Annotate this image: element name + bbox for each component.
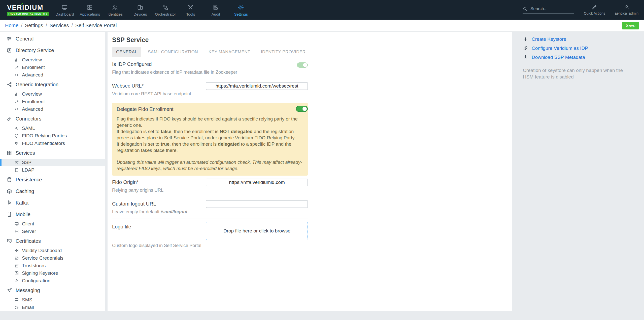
gear-icon — [238, 4, 244, 11]
key-icon — [14, 126, 19, 131]
quick-actions-button[interactable]: Quick Actions — [584, 5, 605, 15]
tab-key-management[interactable]: KEY MANAGEMENT — [205, 47, 254, 57]
action-link-label: Create Keystore — [532, 36, 566, 42]
ssp-form: Is IDP Configured Flag that indicates ex… — [112, 58, 308, 252]
code-icon — [14, 107, 19, 111]
breadcrumb-item-services[interactable]: Services — [50, 23, 69, 28]
tab-saml-configuration[interactable]: SAML CONFIGURATION — [144, 47, 202, 57]
websec-url-input[interactable] — [206, 82, 308, 90]
search-input[interactable] — [530, 6, 570, 12]
fingerprint-icon — [14, 141, 19, 146]
nav-item-orchestrator[interactable]: Orchestrator — [153, 3, 178, 16]
sidebar-item-certificates[interactable]: Certificates — [0, 235, 105, 247]
breadcrumb-item-self-service-portal: Self Service Portal — [75, 23, 117, 28]
logo-dropzone[interactable]: Drop file here or click to browse — [206, 222, 308, 240]
sidebar-item-label: Configuration — [22, 278, 50, 284]
download-icon — [523, 55, 528, 60]
fido-origin-input[interactable] — [206, 179, 308, 186]
sidebar-item-server[interactable]: Server — [0, 228, 105, 235]
veridium-logo[interactable]: VERIDIUM TRUSTED DIGITAL IDENTITY — [7, 4, 49, 16]
link-icon — [7, 116, 12, 122]
truststore-icon — [14, 263, 19, 268]
sidebar-item-ldap[interactable]: LDAP — [0, 166, 105, 174]
sidebar-item-client[interactable]: Client — [0, 220, 105, 228]
search[interactable] — [523, 6, 574, 14]
sidebar-item-label: Email — [22, 305, 34, 310]
plane-icon — [7, 288, 12, 293]
sidebar-item-fido-authenticators[interactable]: FIDO Authenticators — [0, 140, 105, 147]
sidebar-item-ssp[interactable]: SSP — [0, 159, 105, 166]
nav-item-applications[interactable]: Applications — [77, 3, 103, 16]
sidebar-item-advanced[interactable]: Advanced — [0, 71, 105, 79]
sidebar-item-email[interactable]: Email — [0, 304, 105, 311]
sidebar-item-kafka[interactable]: Kafka — [0, 197, 105, 209]
save-button[interactable]: Save — [622, 22, 639, 29]
sidebar-item-services[interactable]: Services — [0, 147, 105, 159]
breadcrumb-item-settings[interactable]: Settings — [25, 23, 43, 28]
sidebar-item-caching[interactable]: Caching — [0, 185, 105, 197]
sidebar-item-label: Signing Keystore — [22, 270, 58, 276]
shield-icon — [14, 134, 19, 138]
sidebar-item-signing-keystore[interactable]: Signing Keystore — [0, 269, 105, 277]
sidebar-item-overview[interactable]: Overview — [0, 56, 105, 64]
sidebar-item-messaging[interactable]: Messaging — [0, 285, 105, 296]
sidebar-item-fido-relying-parties[interactable]: FIDO Relying Parties — [0, 132, 105, 140]
sidebar-item-label: Server — [22, 229, 36, 234]
database-icon — [7, 177, 12, 182]
sidebar-item-saml[interactable]: SAML — [0, 125, 105, 132]
action-configure-veridium-as-idp[interactable]: Configure Veridium as IDP — [523, 45, 644, 51]
sidebar-item-label: Enrollment — [22, 65, 45, 70]
nav-item-tools[interactable]: Tools — [178, 3, 203, 16]
nav-item-label: Dashboard — [55, 12, 74, 16]
breadcrumb-separator: / — [46, 23, 47, 28]
sidebar-item-validity-dashboard[interactable]: Validity Dashboard — [0, 247, 105, 254]
sidebar-item-truststores[interactable]: Truststores — [0, 262, 105, 269]
sidebar-item-generic-integration[interactable]: Generic Integration — [0, 79, 105, 90]
sidebar-item-sms[interactable]: SMS — [0, 296, 105, 304]
sidebar-item-overview[interactable]: Overview — [0, 90, 105, 98]
delegate-desc-line: If delegation is set to true, then the e… — [117, 141, 303, 153]
grid-icon — [14, 248, 19, 253]
custom-logout-input[interactable] — [206, 200, 308, 208]
logo-tagline: TRUSTED DIGITAL IDENTITY — [7, 12, 49, 16]
sidebar-item-general[interactable]: General — [0, 33, 105, 45]
sidebar-item-label: Messaging — [16, 288, 40, 293]
sidebar-item-advanced[interactable]: Advanced — [0, 105, 105, 113]
tabs: GENERALSAML CONFIGURATIONKEY MANAGEMENTI… — [112, 47, 512, 57]
nav-item-dashboard[interactable]: Dashboard — [52, 3, 77, 16]
delegate-fido-toggle[interactable] — [296, 106, 307, 111]
delegate-fido-label: Delegate Fido Enrollment — [117, 106, 303, 112]
breadcrumb-item-home[interactable]: Home — [5, 23, 18, 28]
action-create-keystore[interactable]: Create Keystore — [523, 36, 644, 42]
nav-item-settings[interactable]: Settings — [228, 3, 254, 16]
nav-item-audit[interactable]: Audit — [203, 3, 228, 16]
sidebar-item-enrollment[interactable]: Enrollment — [0, 64, 105, 71]
breadcrumb: Home/Settings/Services/Self Service Port… — [5, 23, 117, 28]
sidebar-item-label: Advanced — [22, 72, 43, 78]
nav-item-label: Settings — [234, 12, 248, 16]
tab-general[interactable]: GENERAL — [112, 47, 141, 57]
sliders-icon — [7, 36, 12, 42]
breadcrumb-bar: Home/Settings/Services/Self Service Port… — [0, 20, 644, 32]
sidebar-item-connectors[interactable]: Connectors — [0, 113, 105, 125]
kafka-icon — [7, 200, 12, 206]
nav-item-identities[interactable]: Identities — [103, 3, 128, 16]
is-idp-label: Is IDP Configured — [112, 61, 308, 67]
is-idp-toggle[interactable] — [297, 62, 308, 68]
sidebar-item-label: Service Credentials — [22, 255, 63, 261]
sidebar-item-mobile[interactable]: Mobile — [0, 209, 105, 220]
action-download-ssp-metadata[interactable]: Download SSP Metadata — [523, 54, 644, 60]
toggle-knob — [302, 107, 307, 111]
tab-identity-provider[interactable]: IDENTITY PROVIDER — [257, 47, 310, 57]
credentials-icon — [14, 256, 19, 260]
sidebar-item-service-credentials[interactable]: Service Credentials — [0, 254, 105, 262]
ssp-icon — [14, 160, 19, 165]
sidebar-item-enrollment[interactable]: Enrollment — [0, 98, 105, 105]
sidebar-item-directory-service[interactable]: Directory Service — [0, 45, 105, 56]
nav-item-label: Devices — [133, 12, 147, 16]
user-menu[interactable]: aencica_admin — [615, 5, 638, 15]
sidebar-item-configuration[interactable]: Configuration — [0, 277, 105, 285]
nav-item-devices[interactable]: Devices — [128, 3, 153, 16]
sidebar-item-persistence[interactable]: Persistence — [0, 174, 105, 185]
share-icon — [7, 82, 12, 87]
